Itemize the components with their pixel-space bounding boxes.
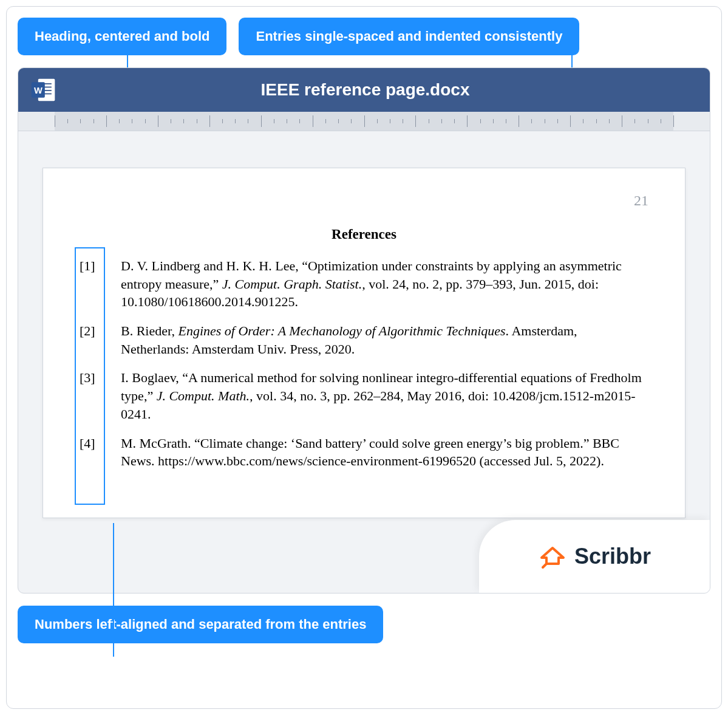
reference-text: B. Rieder, Engines of Order: A Mechanolo… [121, 322, 648, 358]
scribbr-logo-icon [538, 542, 567, 571]
reference-text: I. Boglaev, “A numerical method for solv… [121, 369, 648, 423]
reference-list: [1]D. V. Lindberg and H. K. H. Lee, “Opt… [80, 257, 648, 470]
svg-text:W: W [34, 86, 43, 95]
reference-number: [1] [80, 257, 105, 311]
document-body: 21 References [1]D. V. Lindberg and H. K… [18, 131, 710, 593]
brand-name: Scribbr [574, 544, 651, 569]
word-icon: W [30, 77, 57, 103]
reference-number: [4] [80, 434, 105, 470]
annotation-numbers: Numbers left-aligned and separated from … [18, 606, 383, 643]
reference-number: [3] [80, 369, 105, 423]
annotation-entries: Entries single-spaced and indented consi… [239, 18, 579, 55]
reference-text: M. McGrath. “Climate change: ‘Sand batte… [121, 434, 648, 470]
titlebar: W IEEE reference page.docx [18, 68, 710, 112]
word-window: W IEEE reference page.docx 21 References… [18, 67, 710, 594]
references-heading: References [80, 227, 648, 242]
reference-text: D. V. Lindberg and H. K. H. Lee, “Optimi… [121, 257, 648, 311]
reference-row: [2]B. Rieder, Engines of Order: A Mechan… [80, 322, 648, 358]
diagram-frame: Heading, centered and bold Entries singl… [6, 6, 722, 709]
top-annotation-row: Heading, centered and bold Entries singl… [18, 18, 710, 55]
brand-corner: Scribbr [479, 520, 710, 593]
annotation-heading: Heading, centered and bold [18, 18, 226, 55]
reference-row: [3]I. Boglaev, “A numerical method for s… [80, 369, 648, 423]
page-number: 21 [634, 193, 648, 209]
reference-number: [2] [80, 322, 105, 358]
reference-row: [4]M. McGrath. “Climate change: ‘Sand ba… [80, 434, 648, 470]
reference-row: [1]D. V. Lindberg and H. K. H. Lee, “Opt… [80, 257, 648, 311]
document-title: IEEE reference page.docx [69, 80, 698, 100]
page: 21 References [1]D. V. Lindberg and H. K… [43, 168, 685, 518]
ruler [18, 112, 710, 131]
